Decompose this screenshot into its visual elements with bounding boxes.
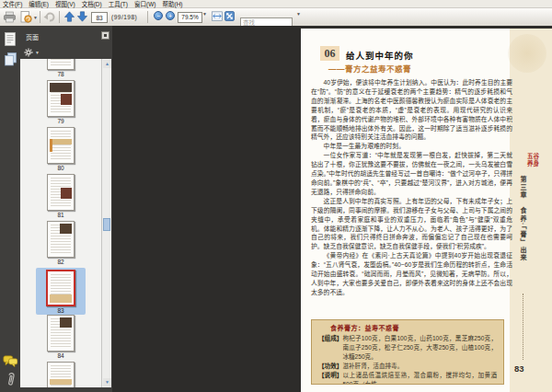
page-thumbnail-label: 84 [57, 352, 63, 360]
pdf-reader-window: 文件(F)编辑(E)视图(V)文档(D)工具(T)窗口(W)帮助(H) ▼ (9… [0, 0, 552, 392]
menu-item[interactable]: 编辑(E) [29, 0, 49, 8]
toolbar-separator [59, 11, 60, 23]
section-title: 给人到中年的你 [346, 49, 414, 62]
page-thumbnail-label: 82 [57, 259, 63, 266]
thumbnails-scrollbar[interactable]: ▲ ▼ [101, 59, 111, 387]
fullscreen-icon [224, 11, 235, 21]
zoom-out-button[interactable]: − [154, 11, 163, 20]
thumbnail-image [46, 270, 75, 306]
arrow-down-icon [77, 11, 87, 22]
comments-panel-button[interactable] [3, 354, 17, 370]
page-thumbnail[interactable]: 80 [20, 127, 101, 174]
menu-item[interactable]: 工具(T) [109, 0, 128, 8]
export-button[interactable]: ▼ [20, 11, 38, 23]
thumbnail-image [47, 59, 75, 70]
toolbar: ▼ (99/198) − + 79.5% ▼ ▼ [0, 8, 552, 27]
chevron-down-icon: ▼ [296, 11, 301, 17]
page-thumbnail[interactable]: 82 [20, 221, 101, 268]
body-paragraph: 40岁伊始，便该将中年养生计划纳入。中医认为：此时养生目的主要在“防”。“防”的… [311, 78, 512, 142]
menu-bar: 文件(F)编辑(E)视图(V)文档(D)工具(T)窗口(W)帮助(H) [0, 0, 552, 8]
menu-item[interactable]: 窗口(W) [134, 0, 155, 8]
thumbnail-image [47, 362, 75, 387]
recipe-row: 【说明】以上诸品低温烘焙至熟，混合磨粉，搅拌均匀，加黄酒500克（女性 [318, 371, 497, 385]
thumbnail-image [47, 127, 75, 164]
zoom-level-select[interactable]: 79.5% [178, 12, 202, 23]
search-options-caret[interactable]: ▼ [295, 11, 301, 17]
layers-icon [5, 52, 17, 66]
sidebar-panel-header: 页面 [20, 26, 112, 46]
export-dropdown-caret: ▼ [33, 15, 38, 20]
paperclip-icon [5, 372, 17, 387]
body-paragraph: 这正是人到中年的真实写照。上有年迈的父母，下有未成年子女；上下级的隔阂，同事间的… [311, 197, 512, 251]
recipe-row-text: 滋补肝肾，活血排毒。 [342, 362, 497, 371]
menu-item[interactable]: 帮助(H) [162, 0, 182, 8]
pages-panel-button[interactable] [3, 31, 17, 47]
recipe-row-text: 枸杞子100克，白果100克，山药100克，黑芝麻250克，南瓜子250克，松子… [342, 334, 497, 362]
zoom-in-button[interactable]: + [166, 11, 175, 20]
thumbnail-content-block [60, 317, 72, 328]
printer-icon [4, 11, 16, 23]
fit-width-button[interactable] [212, 11, 223, 21]
navigation-icon-strip [0, 26, 21, 392]
page-thumbnail[interactable]: 81 [20, 174, 101, 221]
page-count-label: (99/198) [111, 14, 137, 20]
publisher-seal: 五谷养身 [526, 153, 540, 167]
document-area: 06 给人到中年的你 ——膏方之益寿不惑膏 40岁伊始，便该将中年养生计划纳入。… [112, 26, 552, 392]
thumbnail-text-lines [51, 59, 71, 66]
thumbnail-image [47, 315, 75, 352]
recipe-row-label: 【功效】 [318, 362, 342, 371]
page-number-input[interactable] [91, 12, 108, 23]
thumbnail-image [47, 221, 75, 258]
thumbnail-content-block [50, 294, 72, 303]
page-thumbnails-icon [5, 32, 16, 46]
thumbnail-content-block [50, 83, 72, 92]
recipe-row: 【组成】枸杞子100克，白果100克，山药100克，黑芝麻250克，南瓜子250… [318, 334, 497, 362]
layers-panel-button[interactable] [3, 52, 17, 67]
page-body-text: 40岁伊始，便该将中年养生计划纳入。中医认为：此时养生目的主要在“防”。“防”的… [311, 78, 512, 297]
previous-view-icon [43, 11, 55, 22]
arrow-up-icon [64, 11, 75, 22]
recipe-rows: 【组成】枸杞子100克，白果100克，山药100克，黑芝麻250克，南瓜子250… [312, 334, 503, 385]
thumbnail-content-block [50, 379, 72, 385]
chevron-down-icon: ▼ [35, 50, 40, 55]
previous-page-button[interactable] [64, 11, 75, 22]
comments-icon [3, 355, 17, 369]
scrollbar-thumb[interactable] [103, 218, 110, 231]
page-thumbnail-label: 78 [57, 71, 63, 78]
scroll-down-button[interactable]: ▼ [103, 378, 111, 386]
toolbar-separator [147, 11, 148, 23]
page-thumbnail[interactable]: 78 [20, 59, 101, 80]
recipe-row-label: 【说明】 [318, 371, 342, 385]
scroll-up-button[interactable]: ▲ [103, 60, 111, 68]
document-page: 06 给人到中年的你 ——膏方之益寿不惑膏 40岁伊始，便该将中年养生计划纳入。… [301, 29, 552, 392]
next-page-button[interactable] [77, 11, 87, 22]
print-button[interactable] [4, 11, 16, 23]
recipe-row: 【功效】滋补肝肾，活血排毒。 [318, 362, 497, 371]
search-box [240, 12, 293, 22]
menu-item[interactable]: 视图(V) [55, 0, 75, 8]
attachments-panel-button[interactable] [3, 372, 17, 387]
thumbnail-content-block [61, 94, 72, 105]
page-thumbnail[interactable]: 85 [20, 362, 101, 387]
recipe-box: 食养膏方：益寿不惑膏 【组成】枸杞子100克，白果100克，山药100克，黑芝麻… [311, 319, 504, 385]
toolbar-separator [40, 11, 40, 23]
page-thumbnail[interactable]: 83 [36, 268, 86, 315]
body-paragraph: 中年是一生最为艰难的时刻。 [311, 142, 512, 151]
body-paragraph: 《黄帝内经》在《素问·上古天真论篇》中提到40岁开始出现衰退征象：“五八肾气衰，… [311, 251, 512, 297]
zoom-dropdown-caret[interactable]: ▼ [201, 11, 207, 17]
menu-item[interactable]: 文档(D) [82, 0, 102, 8]
previous-view-button[interactable] [43, 11, 55, 22]
panel-settings-button[interactable]: ▼ [24, 48, 40, 57]
margin-dotted-line [523, 294, 523, 360]
zoom-in-icon: + [166, 11, 175, 20]
thumbnails-pane: 7879808182838485 [20, 59, 101, 387]
menu-item[interactable]: 文件(F) [3, 0, 22, 8]
thumbnail-list: 7879808182838485 [20, 59, 101, 387]
thumbnail-content-block [50, 139, 72, 144]
fullscreen-button[interactable] [224, 11, 235, 21]
chapter-label: 第三章 食养·「膏」出来 [518, 176, 527, 291]
page-thumbnail[interactable]: 79 [20, 80, 101, 127]
panel-options-button[interactable] [101, 31, 109, 40]
page-thumbnail[interactable]: 84 [20, 315, 101, 362]
export-document-icon [20, 11, 32, 23]
